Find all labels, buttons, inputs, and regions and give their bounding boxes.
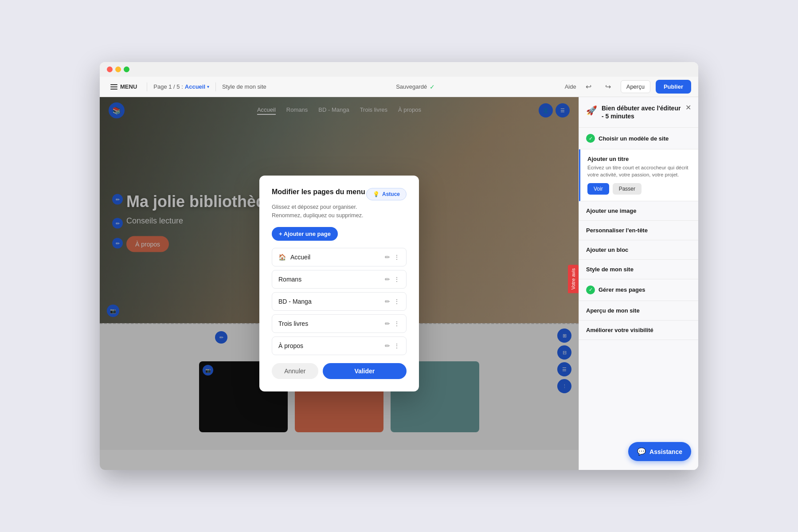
panel-spacer — [579, 340, 698, 456]
modal-subtitle: Glissez et déposez pour organiser. Renom… — [272, 203, 407, 220]
astuce-label: Astuce — [382, 191, 400, 197]
panel-item-choisir-modele[interactable]: ✓ Choisir un modèle de site — [579, 128, 698, 149]
panel-label-choisir-modele: Choisir un modèle de site — [598, 135, 669, 142]
lightbulb-icon: 💡 — [373, 191, 379, 197]
page-name-romans: Romans — [278, 276, 380, 283]
page-actions-romans: ✏ ⋮ — [385, 276, 400, 283]
undo-button[interactable]: ↩ — [582, 80, 596, 94]
edit-trois-icon[interactable]: ✏ — [385, 320, 390, 327]
page-actions-a-propos: ✏ ⋮ — [385, 342, 400, 349]
validate-button[interactable]: Valider — [323, 363, 407, 379]
separator-1 — [147, 82, 147, 91]
votre-avis-label: Votre avis — [571, 268, 576, 289]
check-icon-1: ✓ — [586, 134, 595, 143]
edit-romans-icon[interactable]: ✏ — [385, 276, 390, 283]
modal-header: Modifier les pages du menu 💡 Astuce — [272, 188, 407, 200]
more-trois-icon[interactable]: ⋮ — [394, 320, 400, 327]
panel-item-header-1: ✓ Choisir un modèle de site — [586, 134, 691, 143]
votre-avis-tab[interactable]: Votre avis — [568, 265, 579, 293]
page-item-accueil[interactable]: 🏠 Accueil ✏ ⋮ — [272, 248, 407, 266]
redo-button[interactable]: ↪ — [601, 80, 615, 94]
panel-item-header-gerer: ✓ Gérer mes pages — [586, 286, 691, 294]
panel-title: Bien débuter avec l'éditeur - 5 minutes — [602, 104, 681, 120]
site-preview: 📚 Accueil Romans BD - Manga Trois livres… — [100, 97, 579, 470]
publier-button[interactable]: Publier — [656, 80, 691, 94]
page-name-link[interactable]: Accueil — [185, 83, 205, 90]
panel-item-ajouter-bloc[interactable]: Ajouter un bloc — [579, 240, 698, 260]
add-page-button[interactable]: + Ajouter une page — [272, 227, 338, 241]
page-item-a-propos[interactable]: À propos ✏ ⋮ — [272, 336, 407, 355]
home-icon: 🏠 — [278, 254, 286, 261]
cancel-button[interactable]: Annuler — [272, 363, 318, 379]
page-item-romans[interactable]: Romans ✏ ⋮ — [272, 270, 407, 289]
page-actions-accueil: ✏ ⋮ — [385, 254, 400, 261]
menu-button[interactable]: MENU — [107, 82, 141, 92]
edit-bd-icon[interactable]: ✏ — [385, 298, 390, 305]
panel-header: 🚀 Bien débuter avec l'éditeur - 5 minute… — [579, 97, 698, 128]
voir-button[interactable]: Voir — [587, 183, 609, 195]
top-bar-right: Aide ↩ ↪ Aperçu Publier — [565, 80, 691, 94]
panel-item-style-site[interactable]: Style de mon site — [579, 260, 698, 279]
panel-item-gerer-pages[interactable]: ✓ Gérer mes pages — [579, 279, 698, 301]
main-area: 📚 Accueil Romans BD - Manga Trois livres… — [100, 97, 698, 470]
chevron-down-icon[interactable]: ▾ — [207, 84, 209, 89]
saved-checkmark-icon: ✓ — [430, 83, 435, 90]
close-panel-button[interactable]: ✕ — [685, 104, 691, 111]
right-panel: 🚀 Bien débuter avec l'éditeur - 5 minute… — [579, 97, 698, 470]
page-name-a-propos: À propos — [278, 342, 380, 349]
edit-apropos-icon[interactable]: ✏ — [385, 342, 390, 349]
page-actions-bd-manga: ✏ ⋮ — [385, 298, 400, 305]
page-item-trois-livres[interactable]: Trois livres ✏ ⋮ — [272, 314, 407, 333]
page-name-accueil: Accueil — [290, 254, 380, 261]
panel-label-gerer-pages: Gérer mes pages — [598, 286, 645, 293]
modal-title: Modifier les pages du menu — [272, 188, 365, 196]
page-indicator: Page 1 / 5 : Accueil ▾ — [153, 83, 209, 90]
window-minimize-dot[interactable] — [115, 66, 121, 72]
more-options-icon[interactable]: ⋮ — [394, 254, 400, 261]
page-name-bd-manga: BD - Manga — [278, 298, 380, 305]
panel-desc-ajouter-titre: Écrivez un titre court et accrocheur qui… — [587, 164, 691, 178]
save-status: Sauvegardé ✓ — [270, 83, 561, 90]
page-actions-trois-livres: ✏ ⋮ — [385, 320, 400, 327]
passer-button[interactable]: Passer — [613, 183, 642, 195]
panel-item-ameliorer-visibilite[interactable]: Améliorer votre visibilité — [579, 321, 698, 340]
menu-label: MENU — [120, 83, 137, 90]
panel-item-ajouter-titre[interactable]: Ajouter un titre Écrivez un titre court … — [579, 149, 698, 201]
modal-title-group: Modifier les pages du menu — [272, 188, 365, 196]
modal-overlay: Modifier les pages du menu 💡 Astuce Glis… — [100, 97, 579, 470]
panel-title-group: Bien débuter avec l'éditeur - 5 minutes — [602, 104, 681, 120]
aide-button[interactable]: Aide — [565, 83, 576, 90]
more-apropos-icon[interactable]: ⋮ — [394, 342, 400, 349]
window-maximize-dot[interactable] — [124, 66, 129, 72]
panel-item-ajouter-image[interactable]: Ajouter une image — [579, 201, 698, 221]
separator-2 — [215, 82, 216, 91]
top-bar: MENU Page 1 / 5 : Accueil ▾ Style de mon… — [100, 77, 698, 97]
hamburger-icon — [110, 84, 117, 90]
edit-page-icon[interactable]: ✏ — [385, 254, 390, 261]
page-item-bd-manga[interactable]: BD - Manga ✏ ⋮ — [272, 292, 407, 311]
apercu-button[interactable]: Aperçu — [621, 80, 650, 93]
more-romans-icon[interactable]: ⋮ — [394, 276, 400, 283]
chat-icon: 💬 — [637, 447, 646, 456]
panel-item-header-2: Ajouter un titre — [587, 156, 691, 162]
panel-item-apercu-site[interactable]: Aperçu de mon site — [579, 301, 698, 321]
rocket-icon: 🚀 — [586, 105, 597, 116]
pages-list: 🏠 Accueil ✏ ⋮ Romans ✏ ⋮ — [272, 248, 407, 355]
check-icon-gerer: ✓ — [586, 286, 595, 294]
modal-dialog: Modifier les pages du menu 💡 Astuce Glis… — [259, 176, 419, 391]
assistance-area: 💬 Assistance — [579, 456, 698, 470]
astuce-button[interactable]: 💡 Astuce — [366, 188, 407, 200]
assistance-label: Assistance — [649, 448, 682, 455]
panel-actions-ajouter-titre: Voir Passer — [587, 183, 691, 195]
modal-footer: Annuler Valider — [272, 363, 407, 379]
panel-label-ajouter-titre: Ajouter un titre — [587, 156, 629, 162]
saved-label: Sauvegardé — [396, 83, 427, 90]
style-link[interactable]: Style de mon site — [222, 83, 266, 90]
assistance-button[interactable]: 💬 Assistance — [628, 442, 691, 461]
more-bd-icon[interactable]: ⋮ — [394, 298, 400, 305]
page-info-text: Page 1 / 5 : — [153, 83, 183, 90]
page-name-trois-livres: Trois livres — [278, 320, 380, 327]
panel-item-personnaliser-entete[interactable]: Personnaliser l'en-tête — [579, 221, 698, 240]
window-close-dot[interactable] — [107, 66, 113, 72]
